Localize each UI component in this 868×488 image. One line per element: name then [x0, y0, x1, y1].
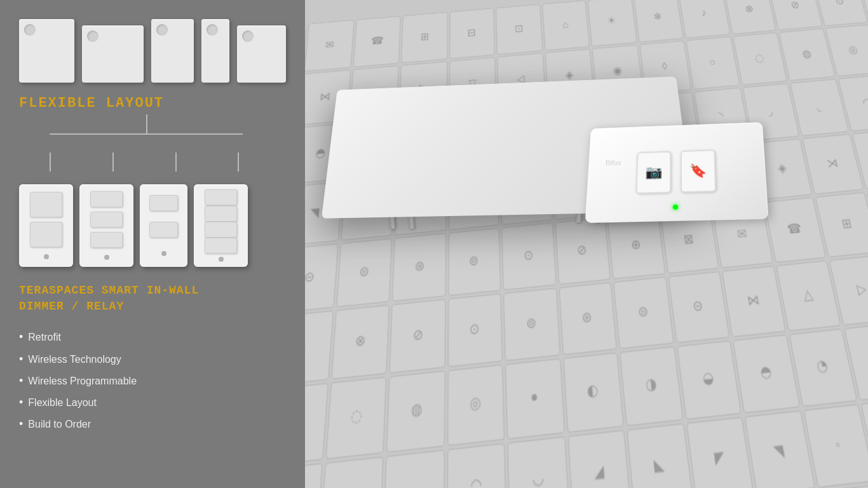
switch-plate-top-3 — [151, 19, 194, 83]
icon-cell: ⊛ — [558, 282, 617, 356]
switch-dot-2 — [104, 255, 109, 260]
branch-line-4 — [238, 152, 239, 172]
icon-cell: ⊜ — [336, 238, 392, 308]
icon-cell: ○ — [305, 383, 328, 466]
watermark-bifox: Bifox — [606, 159, 621, 166]
switch-btn-4b — [205, 206, 237, 222]
icon-cell: ◠ — [446, 442, 507, 488]
flexible-layout-title: Flexible Layout — [19, 95, 286, 111]
switch-btn-4c — [205, 222, 237, 238]
keypad-button-info: 🔖 — [680, 150, 715, 193]
device-wrapper: 📷 🔖 Bifox — [510, 32, 868, 286]
branch-line-1 — [50, 152, 51, 172]
switch-btn-4a — [205, 189, 237, 205]
icon-cell: ◒ — [676, 341, 742, 419]
switch-btn-1a — [30, 192, 62, 217]
icon-cell: ⊗ — [723, 0, 776, 35]
product-name: Teraspaces Smart in-wall Dimmer / Relay — [19, 283, 286, 315]
icon-cell: ⊙ — [447, 294, 503, 369]
keypad-button-camera: 📷 — [635, 151, 670, 194]
icon-cell: ⊘ — [389, 299, 445, 374]
icon-cell: ◥ — [744, 410, 815, 488]
top-plates-row — [19, 19, 286, 83]
icon-cell: ◓ — [733, 335, 800, 413]
icon-cell: ◣ — [627, 423, 693, 488]
tree-line-top — [25, 114, 267, 152]
switch-dot-3 — [161, 251, 166, 256]
switch-plate-bottom-2 — [79, 184, 133, 267]
feature-item-3: Wireless Programmable — [19, 370, 286, 391]
icon-cell: ⊜ — [613, 276, 674, 349]
icon-cell: ◝ — [305, 463, 322, 488]
icon-cell: ⊚ — [503, 288, 560, 362]
feature-list: Retrofit Wireless Technology Wireless Pr… — [19, 326, 286, 435]
feature-item-2: Wireless Technology — [19, 348, 286, 370]
tree-diagram — [19, 114, 286, 152]
icon-cell: ⊞ — [401, 11, 448, 64]
icon-cell: ◑ — [620, 346, 683, 426]
icon-cell: ◎ — [447, 365, 505, 446]
switch-plate-top-2 — [82, 25, 144, 83]
icon-cell: ◍ — [386, 370, 445, 452]
icon-cell: ◢ — [567, 429, 632, 488]
icon-cell: ⊘ — [768, 0, 823, 30]
icon-cell: ⊗ — [330, 304, 390, 380]
icon-cell: ◐ — [562, 353, 624, 433]
icon-cell: ◤ — [686, 416, 754, 488]
switch-plate-bottom-4 — [194, 184, 248, 267]
switch-dot-1 — [44, 254, 49, 259]
left-panel: Flexible Layout — [0, 0, 305, 488]
icon-cell: ⊛ — [391, 233, 445, 302]
feature-item-4: Flexible Layout — [19, 391, 286, 413]
icon-cell: ☎ — [353, 16, 401, 68]
right-panel: ⊕⊠✉☎⊞⊟⊡⌂☀❄♪⊗⊘⊙⊚⊛⊜⊝⋈△▷▽◁◈◉◊○◌◍◎●◐◑◒◓◔◕◖◗◘… — [305, 0, 868, 488]
switch-btn-2a — [90, 191, 123, 207]
icon-cell: ◌ — [325, 377, 386, 459]
icon-cell: ✉ — [305, 20, 354, 72]
switch-btn-1b — [30, 222, 62, 247]
icon-cell: ⊟ — [449, 8, 495, 59]
icon-cell: ● — [505, 358, 565, 439]
switch-btn-4d — [205, 238, 237, 254]
switch-btn-3b — [149, 222, 177, 238]
switch-btn-2b — [90, 212, 123, 227]
indicator-light — [673, 205, 678, 210]
branch-line-3 — [175, 152, 177, 172]
icon-cell: ◞ — [319, 456, 384, 488]
switch-plate-top-5 — [237, 25, 286, 83]
switch-plate-top-1 — [19, 19, 74, 83]
icon-cell: ⊝ — [305, 243, 338, 314]
feature-item-1: Retrofit — [19, 326, 286, 348]
switch-plate-bottom-3 — [140, 184, 187, 267]
keypad-device: 📷 🔖 — [585, 122, 769, 223]
bottom-plates-row — [19, 184, 286, 267]
branch-line-2 — [112, 152, 114, 172]
feature-item-5: Build to Order — [19, 413, 286, 435]
switch-btn-3a — [149, 195, 177, 211]
icon-cell: ♪ — [305, 310, 334, 386]
switch-btn-2c — [90, 232, 123, 248]
icon-cell: ◡ — [507, 435, 569, 488]
switch-dot-4 — [219, 257, 224, 262]
switch-plate-top-4 — [201, 19, 229, 83]
icon-cell: ◟ — [383, 449, 444, 488]
switch-plate-bottom-1 — [19, 184, 73, 267]
